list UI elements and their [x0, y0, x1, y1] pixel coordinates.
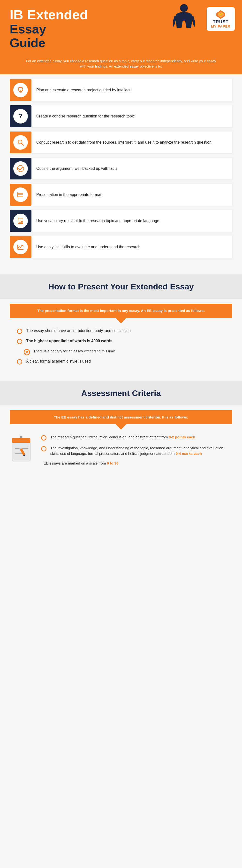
assessment-bullet-list: The research question, introduction, con…: [41, 434, 232, 465]
present-sub-bullet-text: There is a penalty for an essay exceedin…: [33, 348, 115, 353]
assessment-bullet-1: The research question, introduction, con…: [41, 434, 232, 440]
obj-text-box-1: Plan and execute a research project guid…: [31, 79, 232, 101]
present-content-section: The presentation format is the most impo…: [0, 304, 242, 376]
notepad-icon-container: [10, 434, 36, 465]
objective-item-2: ? Create a concise research question for…: [10, 105, 232, 127]
obj-icon-2: ?: [13, 109, 28, 124]
svg-point-0: [180, 4, 188, 12]
list-icon: [17, 191, 25, 198]
header-section: IB Extended Essay Guide 🤝 TRUST MY PAPER: [0, 0, 242, 55]
objective-item-6: Use vocabulary relevant to the research …: [10, 210, 232, 232]
assessment-section-title: Assessment Criteria: [14, 388, 228, 398]
checkmark-icon: [17, 165, 25, 173]
assessment-section-title-box: Assessment Criteria: [0, 381, 242, 405]
obj-text-2: Create a concise research question for t…: [36, 114, 135, 119]
bullet-circle-1: [17, 329, 22, 334]
person-icon: [173, 4, 195, 33]
assessment-bullet-2: The investigation, knowledge, and unders…: [41, 445, 232, 456]
header-title-line1: IB Extended: [10, 7, 232, 22]
present-intro-box: The presentation format is the most impo…: [10, 304, 232, 318]
assessment-main-area: The research question, introduction, con…: [10, 430, 232, 465]
objective-item-1: Plan and execute a research project guid…: [10, 79, 232, 101]
present-bullet-list: The essay should have an introduction, b…: [10, 323, 232, 365]
obj-text-3: Conduct research to get data from the so…: [36, 140, 211, 145]
obj-text-box-7: Use analytical skills to evaluate and un…: [31, 236, 232, 258]
obj-icon-6: [13, 214, 28, 228]
obj-text-4: Outline the argument, well backed up wit…: [36, 166, 117, 171]
assessment-arrow: [116, 424, 126, 430]
svg-text:🤝: 🤝: [218, 12, 223, 17]
objective-item-4: Outline the argument, well backed up wit…: [10, 158, 232, 180]
svg-rect-40: [20, 436, 22, 438]
assessment-intro-box: The EE essay has a defined and distinct …: [10, 410, 232, 425]
assessment-final-note: EE essays are marked on a scale from 0 t…: [41, 461, 232, 465]
edit-icon: [17, 217, 25, 225]
intro-arrow: [116, 69, 126, 74]
svg-line-14: [22, 144, 24, 145]
obj-icon-4: [13, 161, 28, 176]
obj-icon-box-3: [10, 131, 31, 153]
present-section-title: How to Present Your Extended Essay: [14, 282, 228, 291]
obj-text-box-3: Conduct research to get data from the so…: [31, 131, 232, 153]
present-sub-bullet: There is a penalty for an essay exceedin…: [24, 348, 232, 355]
lightbulb-icon: [17, 86, 25, 94]
intro-box: For an extended essay, you choose a rese…: [10, 55, 232, 69]
svg-rect-31: [12, 438, 30, 443]
present-bullet-2: The highest upper limit of words is 4000…: [14, 338, 232, 344]
obj-icon-5: [13, 187, 28, 202]
obj-icon-box-6: [10, 210, 31, 232]
obj-icon-1: [13, 83, 28, 97]
header-title-line3: Guide: [10, 36, 232, 50]
trust-sub: MY PAPER: [211, 25, 230, 28]
bullet-circle-3: [17, 359, 22, 365]
obj-icon-box-4: [10, 158, 31, 180]
x-icon: [25, 350, 29, 354]
present-bullet-text-2: The highest upper limit of words is 4000…: [26, 338, 113, 344]
assessment-bullet-text-2: The investigation, knowledge, and unders…: [50, 445, 232, 456]
present-intro-text: The presentation format is the most impo…: [24, 308, 218, 314]
obj-icon-3: [13, 135, 28, 150]
objective-item-7: Use analytical skills to evaluate and un…: [10, 236, 232, 258]
obj-text-box-6: Use vocabulary relevant to the research …: [31, 210, 232, 232]
obj-icon-box-2: ?: [10, 105, 31, 127]
present-bullet-1: The essay should have an introduction, b…: [14, 328, 232, 334]
intro-section: For an extended essay, you choose a rese…: [0, 55, 242, 74]
header-title-line2: Essay: [10, 22, 232, 36]
obj-text-7: Use analytical skills to evaluate and un…: [36, 244, 140, 250]
present-arrow: [116, 318, 126, 323]
assess-circle-2: [41, 446, 46, 452]
svg-line-1: [173, 17, 175, 25]
assessment-intro-text: The EE essay has a defined and distinct …: [24, 414, 218, 420]
svg-line-2: [193, 17, 195, 25]
notepad-icon: [10, 434, 34, 464]
trust-name: TRUST: [213, 20, 229, 25]
obj-icon-box-1: [10, 79, 31, 101]
present-bullet-text-3: A clear, formal academic style is used: [26, 359, 91, 364]
obj-icon-7: [13, 240, 28, 254]
obj-text-box-2: Create a concise research question for t…: [31, 105, 232, 127]
obj-text-5: Presentation in the appropriate format: [36, 192, 101, 197]
trust-badge: 🤝 TRUST MY PAPER: [207, 7, 235, 31]
obj-icon-box-7: [10, 236, 31, 258]
sub-bullet-icon: [24, 349, 30, 355]
obj-text-1: Plan and execute a research project guid…: [36, 87, 131, 93]
svg-line-8: [22, 88, 23, 88]
analytics-icon: [17, 243, 25, 251]
objective-item-3: Conduct research to get data from the so…: [10, 131, 232, 153]
svg-line-9: [19, 88, 19, 88]
assessment-bullet-text-1: The research question, introduction, con…: [50, 434, 195, 440]
present-section-title-box: How to Present Your Extended Essay: [0, 274, 242, 299]
assess-circle-1: [41, 435, 46, 440]
bullet-circle-2: [17, 339, 22, 344]
trust-diamond-icon: 🤝: [216, 10, 226, 20]
obj-icon-box-5: [10, 184, 31, 206]
question-icon: ?: [17, 113, 25, 120]
objective-item-5: Presentation in the appropriate format: [10, 184, 232, 206]
present-bullet-text-1: The essay should have an introduction, b…: [26, 328, 131, 334]
intro-text: For an extended essay, you choose a rese…: [24, 59, 218, 69]
svg-text:?: ?: [19, 113, 23, 120]
objectives-section: Plan and execute a research project guid…: [0, 74, 242, 270]
assessment-content-section: The EE essay has a defined and distinct …: [0, 410, 242, 475]
obj-text-box-4: Outline the argument, well backed up wit…: [31, 158, 232, 180]
obj-text-box-5: Presentation in the appropriate format: [31, 184, 232, 206]
